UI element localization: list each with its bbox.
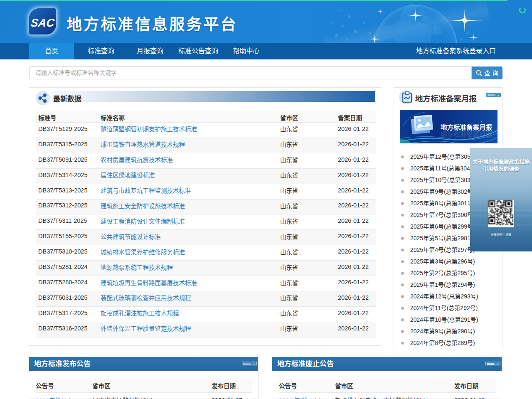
svg-text:地方标准备案月报: 地方标准备案月报: [441, 123, 493, 131]
svg-text:地方标准备案月报: 地方标准备案月报: [441, 131, 493, 138]
